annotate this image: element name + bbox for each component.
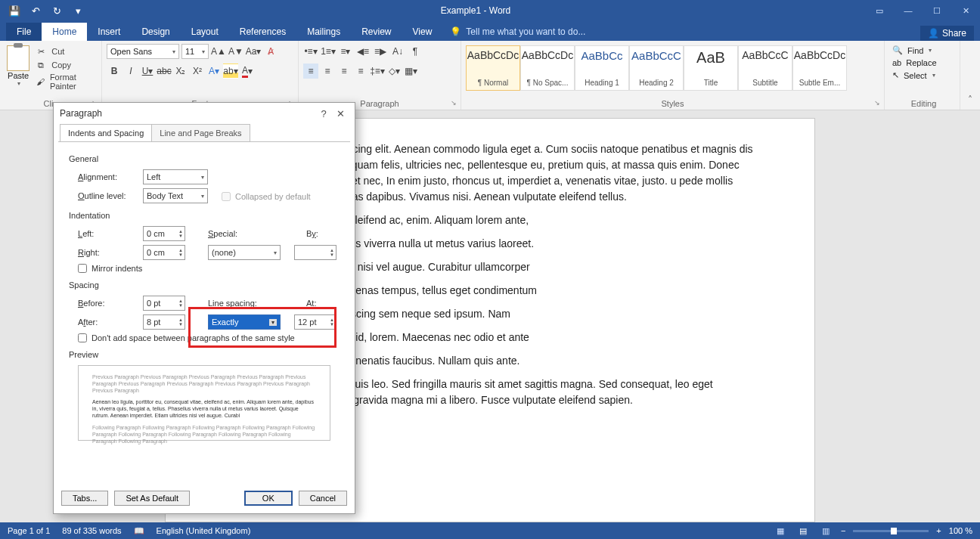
alignment-combo[interactable]: Left▾	[143, 169, 208, 184]
align-left-icon[interactable]: ≡	[303, 64, 318, 79]
underline-button[interactable]: U▾	[140, 64, 155, 79]
tab-references[interactable]: References	[229, 23, 296, 41]
strikethrough-button[interactable]: abc	[157, 64, 172, 79]
style-preview: AaBbCcC	[631, 49, 681, 62]
font-name-combo[interactable]: Open Sans▾	[107, 44, 179, 59]
style-card[interactable]: AaBbCcHeading 1	[575, 45, 629, 91]
redo-icon[interactable]: ↻	[48, 2, 65, 19]
page-indicator[interactable]: Page 1 of 1	[8, 526, 50, 535]
ribbon-display-icon[interactable]: ▭	[865, 0, 894, 21]
ribbon: Paste ▾ ✂Cut ⧉Copy 🖌Format Painter Clip …	[0, 41, 980, 110]
shading-icon[interactable]: ◇▾	[386, 64, 402, 79]
decrease-indent-icon[interactable]: ◀≡	[355, 44, 371, 59]
language-indicator[interactable]: English (United Kingdom)	[157, 526, 251, 535]
replace-button[interactable]: abReplace	[892, 57, 955, 69]
dialog-launcher-icon[interactable]: ↘	[449, 98, 458, 107]
format-painter-button[interactable]: 🖌Format Painter	[35, 73, 97, 91]
outline-combo[interactable]: Body Text▾	[143, 188, 208, 203]
by-spinner[interactable]: ▲▼	[294, 245, 336, 260]
tab-home[interactable]: Home	[42, 23, 87, 41]
tab-review[interactable]: Review	[351, 23, 402, 41]
grow-font-icon[interactable]: A▲	[211, 44, 226, 59]
mirror-indents-checkbox[interactable]	[78, 264, 87, 273]
line-spacing-combo[interactable]: Exactly▾	[208, 314, 281, 330]
tab-layout[interactable]: Layout	[181, 23, 229, 41]
font-color-icon[interactable]: A▾	[240, 64, 255, 79]
paste-button[interactable]: Paste ▾	[5, 44, 32, 95]
tabs-button[interactable]: Tabs...	[61, 491, 108, 506]
proofing-icon[interactable]: 📖	[134, 526, 144, 536]
ok-button[interactable]: OK	[244, 491, 293, 506]
qat-customize-icon[interactable]: ▾	[70, 2, 86, 19]
tab-line-page-breaks[interactable]: Line and Page Breaks	[151, 124, 250, 142]
tab-design[interactable]: Design	[131, 23, 180, 41]
bullets-icon[interactable]: •≡▾	[303, 44, 318, 59]
bold-button[interactable]: B	[107, 64, 122, 79]
numbering-icon[interactable]: 1≡▾	[321, 44, 336, 59]
after-spinner[interactable]: 8 pt▲▼	[143, 314, 185, 330]
collapse-ribbon-icon[interactable]: ˄	[960, 41, 980, 110]
style-card[interactable]: AaBbCcDc¶ No Spac...	[520, 45, 575, 91]
web-layout-icon[interactable]: ▥	[818, 525, 833, 537]
change-case-icon[interactable]: Aa▾	[246, 44, 261, 59]
tab-indents-spacing[interactable]: Indents and Spacing	[60, 124, 152, 142]
clear-formatting-icon[interactable]: A̷	[263, 44, 278, 59]
print-layout-icon[interactable]: ▤	[795, 525, 811, 537]
close-icon[interactable]: ✕	[332, 108, 349, 119]
find-button[interactable]: 🔍Find▾	[892, 44, 955, 57]
increase-indent-icon[interactable]: ≡▶	[373, 44, 388, 59]
special-combo[interactable]: (none)▾	[208, 245, 281, 260]
text-effects-icon[interactable]: A▾	[206, 64, 222, 79]
font-size-combo[interactable]: 11▾	[181, 44, 209, 59]
set-default-button[interactable]: Set As Default	[114, 491, 190, 506]
dialog-launcher-icon[interactable]: ↘	[873, 98, 882, 107]
tab-file[interactable]: File	[6, 23, 42, 41]
align-center-icon[interactable]: ≡	[320, 64, 335, 79]
superscript-button[interactable]: X²	[190, 64, 205, 79]
minimize-icon[interactable]: —	[894, 0, 923, 21]
borders-icon[interactable]: ▦▾	[403, 64, 418, 79]
style-card[interactable]: AaBbCcCHeading 2	[629, 45, 684, 91]
zoom-out-icon[interactable]: −	[841, 526, 845, 535]
at-spinner[interactable]: 12 pt▲▼	[294, 314, 336, 330]
italic-button[interactable]: I	[123, 64, 138, 79]
indent-left-spinner[interactable]: 0 cm▲▼	[143, 226, 185, 241]
zoom-in-icon[interactable]: +	[936, 526, 941, 535]
zoom-level[interactable]: 100 %	[949, 526, 972, 535]
sort-icon[interactable]: A↓	[390, 44, 405, 59]
tab-mailings[interactable]: Mailings	[296, 23, 351, 41]
show-marks-icon[interactable]: ¶	[408, 44, 423, 59]
tab-view[interactable]: View	[402, 23, 443, 41]
tab-insert[interactable]: Insert	[87, 23, 131, 41]
style-card[interactable]: AaBbCcDc¶ Normal	[466, 45, 520, 91]
share-button[interactable]: 👤 Share	[920, 26, 974, 41]
indent-right-spinner[interactable]: 0 cm▲▼	[143, 245, 185, 260]
select-button[interactable]: ↖Select▾	[892, 69, 955, 82]
word-count[interactable]: 89 of 335 words	[62, 526, 121, 535]
dont-add-space-checkbox[interactable]	[78, 333, 87, 342]
window-title: Example1 - Word	[86, 5, 865, 16]
cancel-button[interactable]: Cancel	[299, 491, 347, 506]
align-right-icon[interactable]: ≡	[336, 64, 352, 79]
style-card[interactable]: AaBbCcDcSubtle Em...	[792, 45, 847, 91]
justify-icon[interactable]: ≡	[353, 64, 368, 79]
maximize-icon[interactable]: ☐	[923, 0, 951, 21]
subscript-button[interactable]: X₂	[173, 64, 188, 79]
line-spacing-icon[interactable]: ‡≡▾	[370, 64, 385, 79]
style-card[interactable]: AaBbCcCSubtitle	[738, 45, 792, 91]
zoom-slider[interactable]	[853, 530, 929, 532]
multilevel-icon[interactable]: ≡▾	[338, 44, 353, 59]
highlight-icon[interactable]: ab▾	[223, 64, 238, 79]
copy-button[interactable]: ⧉Copy	[35, 59, 97, 71]
tell-me-search[interactable]: 💡 Tell me what you want to do...	[442, 23, 593, 41]
undo-icon[interactable]: ↶	[27, 2, 44, 19]
before-spinner[interactable]: 0 pt▲▼	[143, 296, 185, 311]
group-font: Open Sans▾ 11▾ A▲ A▼ Aa▾ A̷ B I U▾ abc X…	[102, 41, 299, 110]
close-icon[interactable]: ✕	[951, 0, 980, 21]
shrink-font-icon[interactable]: A▼	[228, 44, 243, 59]
style-card[interactable]: AaBTitle	[684, 45, 738, 91]
help-icon[interactable]: ?	[315, 108, 332, 119]
save-icon[interactable]: 💾	[6, 2, 23, 19]
cut-button[interactable]: ✂Cut	[35, 45, 97, 57]
read-mode-icon[interactable]: ▦	[773, 525, 788, 537]
